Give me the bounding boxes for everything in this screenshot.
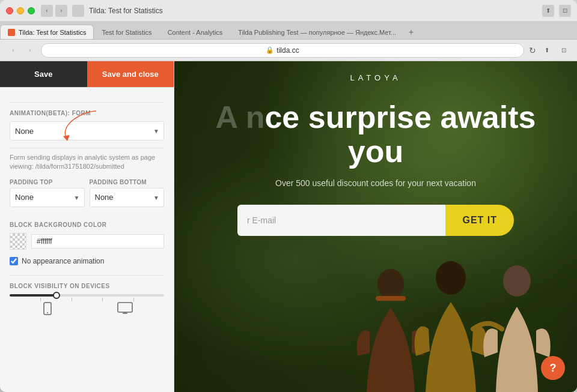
- svg-point-2: [47, 312, 48, 313]
- animation-label: ANIMATION(BETA): FORM: [10, 110, 164, 116]
- padding-bottom-select[interactable]: None Small Medium Large: [90, 188, 165, 207]
- site-preview: LATOYA A nce surprise awaits you Over 50…: [174, 61, 577, 392]
- color-checker[interactable]: [10, 233, 26, 250]
- email-placeholder: r E-mail: [247, 216, 276, 225]
- color-value[interactable]: #ffffff: [31, 234, 164, 249]
- share-icon[interactable]: ⬆: [541, 44, 553, 56]
- help-button[interactable]: ?: [541, 356, 565, 380]
- site-headline: A nce surprise awaits you: [201, 100, 550, 169]
- tick-4: [133, 298, 134, 301]
- animation-checkbox-row: No appearance animation: [10, 257, 164, 265]
- animation-select[interactable]: None Fade Slide: [10, 121, 164, 140]
- animation-checkbox-label: No appearance animation: [22, 257, 104, 265]
- padding-top-select[interactable]: None Small Medium Large: [10, 188, 85, 207]
- padding-top-select-wrapper: None Small Medium Large ▼: [10, 188, 85, 207]
- padding-bottom-group: PADDING BOTTOM None Small Medium Large ▼: [90, 179, 165, 214]
- browser-back[interactable]: ‹: [7, 44, 19, 56]
- email-form: r E-mail GET IT: [237, 205, 514, 236]
- tick-2: [72, 298, 72, 301]
- visibility-label: BLOCK VISIBILITY ON DEVICES: [10, 283, 164, 289]
- tab-favicon: [8, 29, 15, 36]
- device-icons: [10, 301, 164, 316]
- color-preview-row: #ffffff: [10, 233, 164, 250]
- tab-analytics[interactable]: Content - Analytics: [160, 25, 231, 39]
- save-close-button[interactable]: Save and close: [87, 61, 174, 87]
- padding-row: PADDING TOP None Small Medium Large ▼: [10, 179, 164, 214]
- address-bar: ‹ › 🔒 tilda.cc ↻ ⬆ ⊡: [0, 40, 577, 61]
- padding-top-group: PADDING TOP None Small Medium Large ▼: [10, 179, 85, 214]
- padding-top-label: PADDING TOP: [10, 179, 85, 185]
- title-bar: ‹ › Tilda: Test for Statistics ⬆ ⊡: [0, 0, 577, 22]
- mobile-icon: [40, 301, 55, 316]
- bg-color-label: BLOCK BACKGROUND COLOR: [10, 222, 164, 228]
- sidebar-toggle[interactable]: ⊡: [559, 5, 571, 17]
- nav-buttons: ‹ ›: [41, 5, 67, 17]
- reader-view[interactable]: ⊡: [558, 44, 570, 56]
- panel-content: ANIMATION(BETA): FORM None Fade Slide ▼ …: [0, 88, 174, 392]
- maximize-button[interactable]: [28, 7, 35, 14]
- headline-main-part: ce surprise awaits you: [264, 100, 536, 169]
- browser-forward[interactable]: ›: [24, 44, 36, 56]
- site-content: LATOYA A nce surprise awaits you Over 50…: [174, 61, 577, 392]
- visibility-slider-thumb[interactable]: [53, 292, 60, 299]
- window-icon: [72, 5, 84, 17]
- tab-statistics[interactable]: Test for Statistics: [94, 25, 159, 39]
- traffic-lights: [6, 7, 35, 14]
- color-section: BLOCK BACKGROUND COLOR #ffffff: [10, 222, 164, 250]
- animation-checkbox[interactable]: [10, 257, 18, 265]
- info-text: Form sending displays in analytic system…: [10, 153, 164, 172]
- padding-bottom-select-wrapper: None Small Medium Large ▼: [90, 188, 165, 207]
- get-it-button[interactable]: GET IT: [445, 205, 514, 236]
- main-area: Save Save and close ANIMATION(BETA): FOR…: [0, 61, 577, 392]
- email-input-wrap[interactable]: r E-mail: [237, 205, 445, 236]
- left-panel: Save Save and close ANIMATION(BETA): FOR…: [0, 61, 174, 392]
- reload-button[interactable]: ↻: [529, 46, 536, 55]
- share-button[interactable]: ⬆: [542, 5, 554, 17]
- new-tab-button[interactable]: +: [404, 25, 418, 39]
- window-title: Tilda: Test for Statistics: [89, 7, 163, 15]
- padding-bottom-label: PADDING BOTTOM: [90, 179, 165, 185]
- close-button[interactable]: [6, 7, 13, 14]
- tab-active[interactable]: Tilda: Test for Statistics: [0, 25, 94, 39]
- mac-window: ‹ › Tilda: Test for Statistics ⬆ ⊡ Tilda…: [0, 0, 577, 392]
- visibility-slider-fill: [10, 294, 56, 297]
- back-button[interactable]: ‹: [41, 5, 53, 17]
- divider-3: [10, 275, 164, 276]
- save-button[interactable]: Save: [0, 61, 87, 87]
- site-logo: LATOYA: [350, 73, 401, 82]
- forward-button[interactable]: ›: [55, 5, 67, 17]
- animation-select-wrapper: None Fade Slide ▼: [10, 121, 164, 140]
- panel-toolbar: Save Save and close: [0, 61, 174, 88]
- tabs-bar: Tilda: Test for Statistics Test for Stat…: [0, 22, 577, 40]
- address-input[interactable]: 🔒 tilda.cc: [41, 43, 524, 58]
- minimize-button[interactable]: [17, 7, 24, 14]
- visibility-section: BLOCK VISIBILITY ON DEVICES: [10, 283, 164, 316]
- svg-rect-3: [118, 303, 132, 312]
- tick-1: [40, 298, 41, 301]
- desktop-icon: [117, 301, 133, 316]
- site-subtext: Over 500 useful discount codes for your …: [275, 178, 476, 188]
- top-divider: [10, 102, 164, 103]
- headline-gray-part: A n: [216, 100, 265, 134]
- tab-yandex[interactable]: Tilda Publishing Test — популярное — Янд…: [230, 25, 404, 39]
- right-controls: ⬆ ⊡: [542, 5, 571, 17]
- visibility-slider-track: [10, 294, 164, 297]
- tick-3: [102, 298, 103, 301]
- divider-2: [10, 148, 164, 148]
